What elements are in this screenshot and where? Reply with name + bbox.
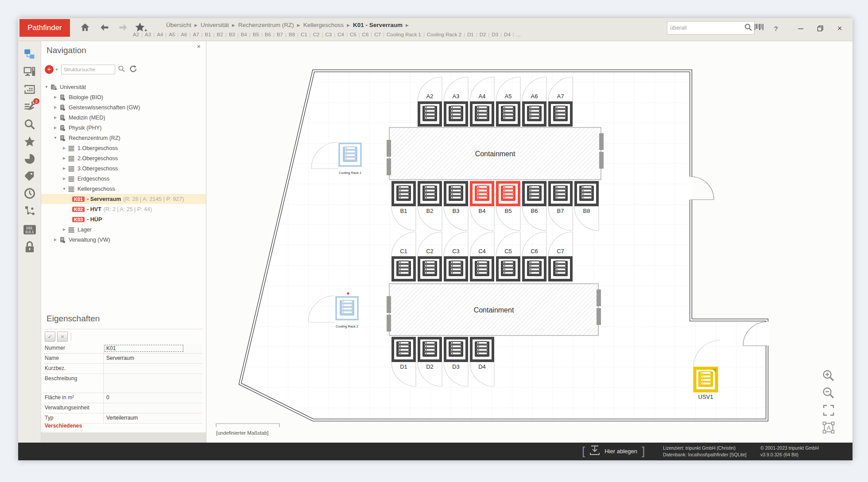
breadcrumb-sub-item[interactable]: C2 bbox=[313, 32, 320, 37]
property-value-cell[interactable]: K01 bbox=[103, 343, 202, 353]
breadcrumb-item[interactable]: Universität bbox=[201, 22, 229, 28]
close-button[interactable]: × bbox=[832, 22, 847, 35]
chevron-down-icon[interactable]: ▼ bbox=[55, 68, 58, 72]
expand-arrow-icon[interactable]: ▶ bbox=[53, 126, 58, 130]
containment-zone[interactable]: Containment bbox=[387, 127, 604, 180]
tree-item-lager[interactable]: ▶Lager bbox=[41, 224, 206, 235]
breadcrumb-sub-item[interactable]: D2 bbox=[480, 32, 486, 37]
property-value-cell[interactable] bbox=[103, 364, 202, 374]
tree-item-geisteswissenschaften-gw-[interactable]: ▶Geisteswissenschaften (GW) bbox=[41, 102, 206, 112]
help-button[interactable]: ? bbox=[768, 22, 783, 35]
sidebar-item-workplace[interactable] bbox=[23, 66, 37, 80]
sidebar-item-navigation[interactable] bbox=[23, 48, 37, 62]
structure-search-input[interactable] bbox=[61, 65, 115, 74]
tree-item-biologie-bio-[interactable]: ▶Biologie (BIO) bbox=[41, 92, 206, 102]
floorplan-canvas[interactable]: Containment Containment A2A3A4A5A6A7B1B2… bbox=[206, 41, 852, 443]
breadcrumb-sub-item[interactable]: B6 bbox=[265, 32, 271, 37]
expand-arrow-icon[interactable]: ▶ bbox=[62, 146, 67, 150]
drop-zone[interactable]: [ Hier ablegen ] bbox=[582, 444, 645, 458]
breadcrumb-current[interactable]: K01 - Serverraum bbox=[353, 22, 403, 28]
breadcrumb-sub-item[interactable]: C1 bbox=[301, 32, 307, 37]
expand-arrow-icon[interactable]: ▶ bbox=[62, 177, 67, 181]
property-value-cell[interactable]: Serverraum bbox=[103, 354, 202, 363]
search-icon[interactable] bbox=[744, 23, 752, 33]
expand-arrow-icon[interactable]: ▶ bbox=[53, 116, 58, 120]
tree-item-3-obergeschoss[interactable]: ▶3.Obergeschoss bbox=[41, 163, 206, 174]
zoom-out-button[interactable] bbox=[821, 386, 836, 400]
breadcrumb-sub-item[interactable]: B3 bbox=[229, 32, 235, 37]
sidebar-item-floorplan[interactable] bbox=[23, 83, 37, 97]
expand-arrow-icon[interactable]: ▶ bbox=[53, 95, 58, 99]
forward-button[interactable] bbox=[116, 21, 131, 35]
sidebar-item-reports[interactable] bbox=[23, 153, 37, 167]
breadcrumb-sub-item[interactable]: B2 bbox=[217, 32, 223, 37]
breadcrumb-sub-item[interactable]: C4 bbox=[337, 32, 344, 37]
sidebar-item-search[interactable] bbox=[23, 118, 37, 132]
tree-item-erdgeschoss[interactable]: ▶Erdgeschoss bbox=[41, 174, 206, 184]
breadcrumb-sub-item[interactable]: Cooling Rack 2 bbox=[427, 32, 461, 37]
tree-item-medizin-med-[interactable]: ▶Medizin (MED) bbox=[41, 112, 206, 123]
sidebar-item-topology[interactable] bbox=[23, 204, 37, 219]
breadcrumb-sub-item[interactable]: B1 bbox=[205, 32, 211, 37]
refresh-icon[interactable] bbox=[129, 65, 137, 75]
tree-item-k02[interactable]: K02- HVT(R: 2 | A: 25 | P: 44) bbox=[41, 204, 206, 214]
tree-item-rechenzentrum-rz-[interactable]: ▼Rechenzentrum (RZ) bbox=[41, 133, 206, 143]
fit-view-button[interactable] bbox=[821, 403, 836, 417]
global-search-input[interactable] bbox=[667, 25, 744, 31]
tree-item-universität[interactable]: ▼Universität bbox=[41, 82, 206, 92]
breadcrumb-sub-item[interactable]: C7 bbox=[374, 32, 381, 37]
navigation-close-icon[interactable]: × bbox=[197, 43, 201, 50]
breadcrumb-sub-item[interactable]: A3 bbox=[145, 32, 151, 37]
tree-item-k03[interactable]: K03- HÜP bbox=[41, 214, 206, 224]
breadcrumb-sub-item[interactable]: A7 bbox=[193, 32, 199, 37]
breadcrumb-sub-item[interactable]: ... bbox=[516, 32, 521, 37]
breadcrumb-sub-item[interactable]: A4 bbox=[157, 32, 163, 37]
sidebar-item-tags[interactable] bbox=[23, 170, 37, 184]
breadcrumb-sub-item[interactable]: C5 bbox=[350, 32, 356, 37]
expand-arrow-icon[interactable]: ▶ bbox=[62, 228, 67, 231]
property-value-cell[interactable]: Verteilerraum bbox=[103, 413, 202, 423]
confirm-button[interactable]: ✓ bbox=[45, 332, 55, 342]
sidebar-item-tools[interactable]: 3 bbox=[23, 100, 37, 114]
structure-search-icon[interactable] bbox=[118, 65, 125, 74]
tree-item-1-obergeschoss[interactable]: ▶1.Obergeschoss bbox=[41, 143, 206, 153]
breadcrumb-sub-item[interactable]: B4 bbox=[241, 32, 247, 37]
property-input-Nummer[interactable]: K01 bbox=[105, 345, 183, 352]
sidebar-item-ip-address[interactable]: 192.0.0.1 bbox=[23, 224, 37, 238]
property-value[interactable]: Verteilerraum bbox=[106, 415, 138, 421]
property-value[interactable]: 0 bbox=[106, 394, 109, 401]
breadcrumb-sub-item[interactable]: A2 bbox=[133, 32, 139, 37]
property-value-cell[interactable] bbox=[103, 374, 202, 393]
breadcrumb-sub-item[interactable]: B7 bbox=[277, 32, 283, 37]
breadcrumb-sub-item[interactable]: D1 bbox=[467, 32, 474, 37]
breadcrumb-sub-item[interactable]: D4 bbox=[504, 32, 511, 37]
property-value[interactable]: Serverraum bbox=[106, 355, 134, 361]
tree-item-physik-phy-[interactable]: ▶Physik (PHY) bbox=[41, 123, 206, 133]
properties-section-label[interactable]: Verschiedenes bbox=[45, 423, 82, 429]
breadcrumb-sub-item[interactable]: B5 bbox=[253, 32, 259, 37]
zoom-in-button[interactable] bbox=[821, 369, 836, 383]
breadcrumb-sub-item[interactable]: D3 bbox=[492, 32, 498, 37]
sidebar-item-favorites[interactable] bbox=[23, 135, 37, 150]
home-button[interactable] bbox=[78, 21, 93, 35]
breadcrumb-sub-item[interactable]: A5 bbox=[169, 32, 175, 37]
expand-arrow-icon[interactable]: ▶ bbox=[62, 166, 67, 170]
expand-arrow-icon[interactable]: ▶ bbox=[53, 238, 58, 242]
breadcrumb-sub-item[interactable]: A6 bbox=[181, 32, 187, 37]
tree-item-kellergeschoss[interactable]: ▼Kellergeschoss bbox=[41, 184, 206, 194]
tree-item-verwaltung-vw-[interactable]: ▶Verwaltung (VW) bbox=[41, 235, 206, 245]
property-value-cell[interactable] bbox=[103, 403, 202, 413]
add-node-button[interactable]: + bbox=[45, 65, 54, 74]
property-value-cell[interactable]: 0 bbox=[103, 393, 202, 403]
restore-button[interactable] bbox=[813, 22, 828, 35]
collapse-arrow-icon[interactable]: ▼ bbox=[44, 85, 49, 89]
breadcrumb-sub-item[interactable]: B8 bbox=[289, 32, 295, 37]
breadcrumb-item[interactable]: Rechenzentrum (RZ) bbox=[238, 22, 294, 28]
tree-item-k01[interactable]: K01- Serverraum(R: 28 | A: 2145 | P: 927… bbox=[41, 194, 206, 204]
expand-arrow-icon[interactable]: ▶ bbox=[53, 105, 58, 109]
collapse-arrow-icon[interactable]: ▼ bbox=[62, 187, 67, 191]
app-logo[interactable]: Pathfinder bbox=[19, 19, 70, 37]
breadcrumb-item[interactable]: Übersicht bbox=[166, 22, 191, 28]
barcode-icon[interactable] bbox=[754, 23, 764, 33]
containment-zone[interactable]: Containment bbox=[387, 284, 601, 335]
